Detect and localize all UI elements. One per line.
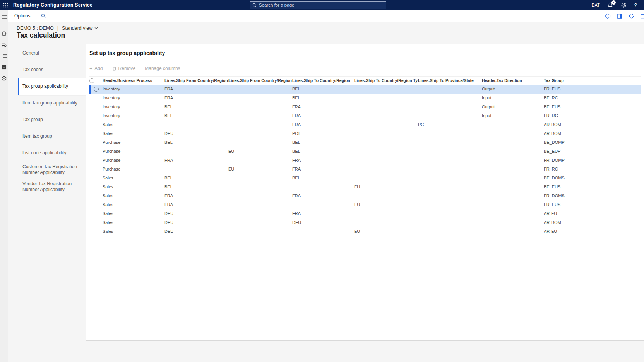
table-row[interactable]: PurchaseBELBELBE_DOMP <box>89 138 641 147</box>
table-row[interactable]: SalesFRAFRAFR_DOMS <box>89 191 641 200</box>
recents-button[interactable] <box>0 39 8 50</box>
column-header[interactable]: Tax Group <box>544 77 641 85</box>
modules-button[interactable] <box>0 73 8 84</box>
table-row[interactable]: SalesDEUFRAAR-EU <box>89 209 641 218</box>
remove-button-label: Remove <box>118 66 136 71</box>
table-cell: Output <box>482 85 544 94</box>
home-button[interactable] <box>0 28 8 39</box>
table-row[interactable]: SalesDEUEUAR-EU <box>89 227 641 236</box>
sidebar-item-label: Tax group <box>22 117 43 123</box>
sidebar-item-tax-codes[interactable]: Tax codes <box>18 61 86 78</box>
table-cell: Sales <box>103 209 164 218</box>
sidebar-item-list-code-applicability[interactable]: List code applicability <box>18 145 86 161</box>
sidebar-item-tax-group[interactable]: Tax group <box>18 111 86 128</box>
sidebar-item-label: Item tax group applicability <box>22 100 77 106</box>
refresh-button[interactable] <box>629 13 634 19</box>
workspaces-button[interactable] <box>0 61 8 73</box>
column-header[interactable]: Lines.Ship From Country/Region <box>164 77 228 85</box>
tax-group-applicability-grid: Header.Business ProcessLines.Ship From C… <box>89 76 641 236</box>
notifications-button[interactable]: 1 <box>608 2 613 8</box>
table-cell <box>354 191 418 200</box>
row-select-cell <box>89 138 103 147</box>
sidebar-item-item-tax-group-applicability[interactable]: Item tax group applicability <box>18 95 86 111</box>
table-row[interactable]: SalesDEUDEUAR-DOM <box>89 218 641 227</box>
table-cell: EU <box>354 227 418 236</box>
designer-button[interactable] <box>605 13 611 19</box>
column-header[interactable]: Lines.Ship To Country/Region Type <box>354 77 418 85</box>
table-cell: FR_DOMS <box>544 191 641 200</box>
table-cell <box>164 147 228 156</box>
table-row[interactable]: InventoryBELFRAInputFR_RC <box>89 111 641 120</box>
app-launcher-waffle-icon[interactable] <box>0 0 11 10</box>
breadcrumb-company[interactable]: DEMO 5 : DEMO <box>17 26 54 31</box>
table-cell: Input <box>482 94 544 102</box>
hamburger-icon <box>2 15 7 19</box>
table-row[interactable]: SalesFRAEUFR_EUS <box>89 200 641 209</box>
table-row[interactable]: InventoryFRABELInputBE_RC <box>89 94 641 102</box>
table-cell: BEL <box>292 94 354 102</box>
table-row[interactable]: InventoryBELFRAOutputBE_EUS <box>89 102 641 111</box>
column-header[interactable]: Lines.Ship To Country/Region <box>292 77 354 85</box>
row-select-cell <box>89 156 103 165</box>
table-cell: FRA <box>164 94 228 102</box>
table-cell <box>418 102 482 111</box>
sidebar-item-customer-tax-registration-number-applicability[interactable]: Customer Tax Registration Number Applica… <box>18 161 86 178</box>
search-icon <box>252 3 257 7</box>
user-account-button[interactable]: DAT <box>592 3 600 7</box>
sidebar-item-label: Item tax group <box>22 133 52 139</box>
sidebar-item-tax-group-applicability[interactable]: Tax group applicability <box>18 78 86 95</box>
row-select-cell <box>89 200 103 209</box>
table-row[interactable]: PurchaseEUBELBE_EUP <box>89 147 641 156</box>
hamburger-menu-button[interactable] <box>0 11 8 22</box>
view-selector-dropdown[interactable]: Standard view <box>62 26 98 31</box>
column-header[interactable]: Lines.Ship From Country/Region Type <box>228 77 292 85</box>
add-button[interactable]: + Add <box>89 66 103 71</box>
main-content-card: Set up tax group applicability + Add Rem… <box>86 44 644 341</box>
sidebar-item-item-tax-group[interactable]: Item tax group <box>18 128 86 145</box>
options-menu[interactable]: Options <box>14 13 30 19</box>
column-header[interactable]: Header.Tax Direction <box>482 77 544 85</box>
table-cell <box>354 165 418 174</box>
table-cell <box>354 138 418 147</box>
table-cell: AR-DOM <box>544 120 641 129</box>
settings-button[interactable] <box>621 2 627 8</box>
breadcrumb: DEMO 5 : DEMO | Standard view <box>17 26 98 31</box>
table-row[interactable]: SalesFRAPCAR-DOM <box>89 120 641 129</box>
remove-button[interactable]: Remove <box>112 66 136 71</box>
expand-button[interactable] <box>641 14 644 19</box>
help-button[interactable]: ? <box>634 2 637 8</box>
row-select-cell <box>89 129 103 138</box>
table-row[interactable]: SalesBELEUBE_EUS <box>89 183 641 191</box>
table-cell <box>418 156 482 165</box>
column-header[interactable]: Lines.Ship To Province/State <box>418 77 482 85</box>
table-cell: BEL <box>164 102 228 111</box>
page-search-box[interactable]: Search for a page <box>250 1 386 9</box>
row-select-radio[interactable] <box>94 87 99 92</box>
table-cell <box>228 85 292 94</box>
table-cell <box>482 129 544 138</box>
action-search-button[interactable] <box>41 14 46 18</box>
table-cell <box>164 120 228 129</box>
table-row[interactable]: PurchaseFRAFRAFR_DOMP <box>89 156 641 165</box>
table-cell <box>354 94 418 102</box>
row-select-cell <box>89 111 103 120</box>
sidebar-item-general[interactable]: General <box>18 45 86 61</box>
sidebar-item-vendor-tax-registration-number-applicability[interactable]: Vendor Tax Registration Number Applicabi… <box>18 178 86 195</box>
section-title: Set up tax group applicability <box>89 50 641 56</box>
navigation-list-button[interactable] <box>0 50 8 61</box>
table-cell <box>418 200 482 209</box>
side-panel-button[interactable] <box>617 14 622 19</box>
table-cell: EU <box>228 165 292 174</box>
table-row[interactable]: InventoryFRABELOutputFR_EUS <box>89 85 641 94</box>
table-cell: POL <box>292 129 354 138</box>
table-row[interactable]: PurchaseEUFRAFR_RC <box>89 165 641 174</box>
table-cell <box>482 174 544 183</box>
table-cell <box>164 165 228 174</box>
column-header[interactable]: Header.Business Process <box>103 77 164 85</box>
manage-columns-button[interactable]: Manage columns <box>145 66 180 71</box>
table-cell <box>354 85 418 94</box>
select-all-radio[interactable] <box>89 78 94 83</box>
table-row[interactable]: SalesDEUPOLAR-DOM <box>89 129 641 138</box>
table-row[interactable]: SalesBELBELBE_DOMS <box>89 174 641 183</box>
table-cell <box>482 120 544 129</box>
